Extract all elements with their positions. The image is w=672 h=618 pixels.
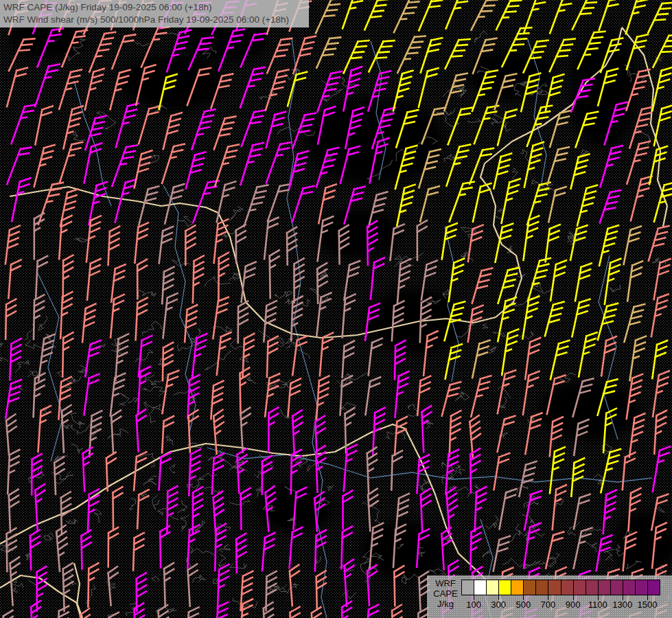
legend-colorbar [461, 580, 660, 595]
legend-cell [462, 580, 474, 595]
legend-cell [623, 580, 636, 595]
legend-label-unit: J/kg [430, 599, 461, 609]
legend-cell [599, 580, 611, 595]
map-title-overlay: WRF CAPE (J/kg) Friday 19-09-2025 06:00 … [0, 0, 309, 27]
legend-cell [586, 580, 599, 595]
legend-cell [611, 580, 623, 595]
legend-label: WRF CAPE J/kg [430, 578, 461, 609]
legend-cell [636, 580, 648, 595]
legend-cell [511, 580, 524, 595]
legend-tick-label: 1500 [632, 599, 662, 610]
legend-cell [548, 580, 561, 595]
legend-cell [561, 580, 574, 595]
legend-cell [474, 580, 487, 595]
legend-label-model: WRF [430, 578, 461, 588]
legend-cell [536, 580, 548, 595]
legend-cell [524, 580, 536, 595]
title-line-cape: WRF CAPE (J/kg) Friday 19-09-2025 06:00 … [3, 1, 309, 14]
legend-cell [499, 580, 511, 595]
legend-cell [648, 580, 660, 595]
legend-cell [487, 580, 499, 595]
title-line-shear: WRF Wind shear (m/s) 500/1000hPa Friday … [3, 14, 309, 26]
legend-label-param: CAPE [430, 588, 461, 599]
dark-patch [120, 55, 223, 110]
map-canvas [0, 0, 672, 618]
dark-patch [316, 209, 398, 258]
legend-cell [574, 580, 586, 595]
weather-map: WRF CAPE (J/kg) Friday 19-09-2025 06:00 … [0, 0, 672, 618]
cape-legend: WRF CAPE J/kg 10030050070090011001300150… [427, 575, 672, 618]
